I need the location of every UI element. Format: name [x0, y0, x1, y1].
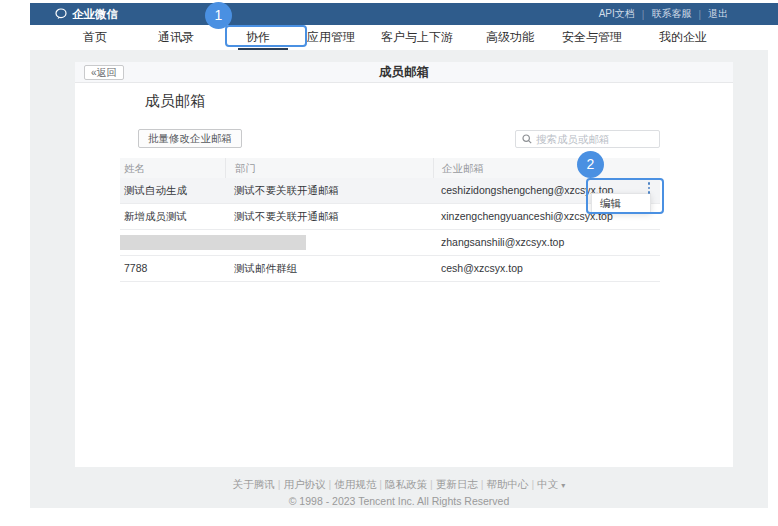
row-actions-dropdown: 编辑: [591, 193, 651, 213]
table-row[interactable]: 7788测试邮件群组cesh@xzcsyx.top: [120, 256, 660, 282]
footer-link-3[interactable]: 使用规范: [334, 478, 376, 490]
nav-tab-2[interactable]: 通讯录: [158, 25, 194, 50]
nav-tab-7[interactable]: 安全与管理: [562, 25, 622, 50]
footer-link-separator: |: [278, 478, 281, 490]
footer-link-4[interactable]: 隐私政策: [385, 478, 427, 490]
footer-link-6[interactable]: 帮助中心: [487, 478, 529, 490]
nav-tab-8[interactable]: 我的企业: [659, 25, 707, 50]
footer-link-5[interactable]: 更新日志: [436, 478, 478, 490]
topbar-links: API文档|联系客服|退出: [599, 7, 728, 21]
annotation-badge-2: 2: [577, 151, 604, 178]
footer-link-separator: |: [379, 478, 382, 490]
table-row[interactable]: 测试自动生成测试不要关联开通邮箱ceshizidongshengcheng@xz…: [120, 178, 660, 204]
row-actions-kebab-icon[interactable]: [644, 181, 654, 195]
footer-link-separator: |: [329, 478, 332, 490]
app-logo-text: 企业微信: [72, 7, 118, 22]
nav-tab-5[interactable]: 客户与上下游: [381, 25, 453, 50]
table-row[interactable]: 新增成员测试测试不要关联开通邮箱xinzengchengyuanceshi@xz…: [120, 204, 660, 230]
topbar-link-1[interactable]: API文档: [599, 7, 635, 21]
chat-bubble-icon: [55, 8, 68, 20]
redacted-block: [120, 235, 306, 250]
column-header-2: 部门: [225, 158, 433, 178]
app-logo[interactable]: 企业微信: [55, 7, 118, 22]
section-title: 成员邮箱: [145, 92, 205, 111]
search-box[interactable]: [515, 130, 660, 148]
caret-down-icon: ▾: [561, 481, 565, 490]
topbar-link-separator: |: [698, 9, 701, 20]
table-body: 测试自动生成测试不要关联开通邮箱ceshizidongshengcheng@xz…: [120, 178, 660, 282]
cell-name: 测试自动生成: [120, 178, 225, 203]
cell-email: cesh@xzcsyx.top: [433, 256, 660, 281]
language-selector[interactable]: 中文 ▾: [537, 478, 565, 490]
cell-dept: 测试不要关联开通邮箱: [225, 178, 433, 203]
footer-link-separator: |: [481, 478, 484, 490]
nav-tab-3[interactable]: 协作: [246, 25, 270, 50]
footer-link-2[interactable]: 用户协议: [284, 478, 326, 490]
page: 企业微信 API文档|联系客服|退出 首页通讯录协作应用管理客户与上下游高级功能…: [0, 0, 778, 526]
footer-link-separator: |: [532, 478, 535, 490]
nav-tab-1[interactable]: 首页: [83, 25, 107, 50]
cell-dept: 测试不要关联开通邮箱: [225, 204, 433, 229]
mailbox-table: 姓名部门企业邮箱 测试自动生成测试不要关联开通邮箱ceshizidongshen…: [120, 158, 660, 282]
copyright-text: © 1998 - 2023 Tencent Inc. All Rights Re…: [30, 495, 768, 507]
nav-tab-4[interactable]: 应用管理: [307, 25, 355, 50]
page-title: 成员邮箱: [75, 62, 733, 83]
footer: 关于腾讯|用户协议|使用规范|隐私政策|更新日志|帮助中心|中文 ▾ © 199…: [30, 478, 768, 507]
content-background: «返回 成员邮箱 成员邮箱 批量修改企业邮箱 姓名部门企业邮箱 测试自动生成测试…: [30, 50, 768, 508]
footer-link-1[interactable]: 关于腾讯: [233, 478, 275, 490]
topbar-link-2[interactable]: 联系客服: [651, 7, 691, 21]
topbar-link-separator: |: [642, 9, 645, 20]
search-icon: [522, 134, 532, 144]
column-header-3: 企业邮箱: [433, 158, 660, 178]
topbar-link-3[interactable]: 退出: [708, 7, 728, 21]
edit-menu-item[interactable]: 编辑: [592, 194, 650, 213]
annotation-badge-1: 1: [205, 2, 232, 29]
member-mailbox-card: «返回 成员邮箱 成员邮箱 批量修改企业邮箱 姓名部门企业邮箱 测试自动生成测试…: [75, 62, 733, 467]
card-header: «返回 成员邮箱: [75, 62, 733, 83]
search-input[interactable]: [536, 133, 655, 145]
cell-dept: 测试邮件群组: [225, 256, 433, 281]
footer-link-separator: |: [430, 478, 433, 490]
main-nav: 首页通讯录协作应用管理客户与上下游高级功能安全与管理我的企业: [30, 25, 778, 50]
cell-name: 7788: [120, 256, 225, 281]
cell-name: 新增成员测试: [120, 204, 225, 229]
footer-links: 关于腾讯|用户协议|使用规范|隐私政策|更新日志|帮助中心|中文 ▾: [30, 478, 768, 492]
column-header-1: 姓名: [120, 158, 225, 178]
topbar: 企业微信 API文档|联系客服|退出: [30, 3, 778, 25]
cell-email: zhangsanshili@xzcsyx.top: [433, 230, 660, 255]
nav-tab-6[interactable]: 高级功能: [486, 25, 534, 50]
batch-edit-mailbox-button[interactable]: 批量修改企业邮箱: [138, 129, 242, 148]
table-row[interactable]: zhangsanshili@xzcsyx.top: [120, 230, 660, 256]
